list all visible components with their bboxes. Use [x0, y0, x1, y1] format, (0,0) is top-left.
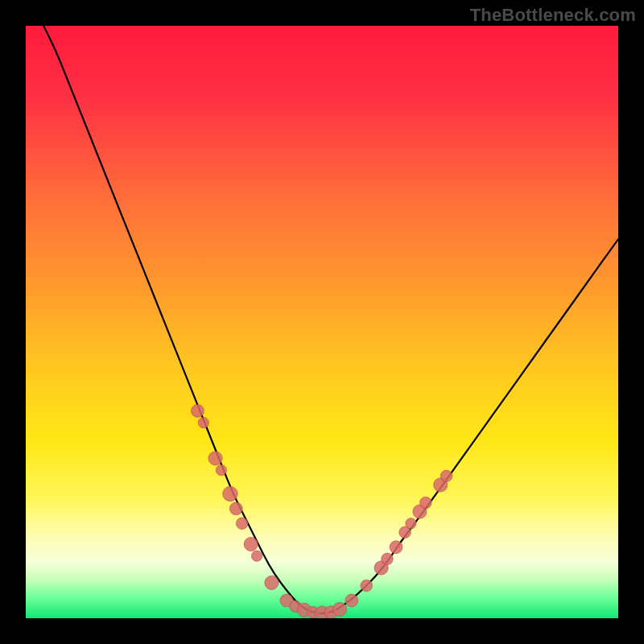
- watermark-text: TheBottleneck.com: [470, 5, 636, 26]
- data-marker: [251, 551, 262, 561]
- data-marker: [229, 502, 242, 515]
- data-marker: [223, 486, 238, 502]
- data-marker: [198, 417, 208, 427]
- data-marker: [236, 518, 248, 530]
- data-marker: [191, 404, 204, 417]
- data-marker: [216, 464, 226, 475]
- data-marker: [406, 518, 416, 529]
- data-marker: [420, 497, 432, 509]
- data-marker: [382, 553, 394, 565]
- data-marker: [361, 580, 373, 592]
- data-marker: [332, 602, 346, 616]
- data-marker: [265, 576, 279, 589]
- data-marker: [390, 541, 402, 554]
- chart-container: TheBottleneck.com: [0, 0, 644, 644]
- chart-svg: [26, 26, 618, 618]
- gradient-background: [26, 26, 618, 618]
- data-marker: [208, 452, 222, 465]
- data-marker: [440, 470, 452, 482]
- data-marker: [244, 537, 258, 551]
- plot-area: [26, 26, 618, 618]
- data-marker: [345, 594, 358, 607]
